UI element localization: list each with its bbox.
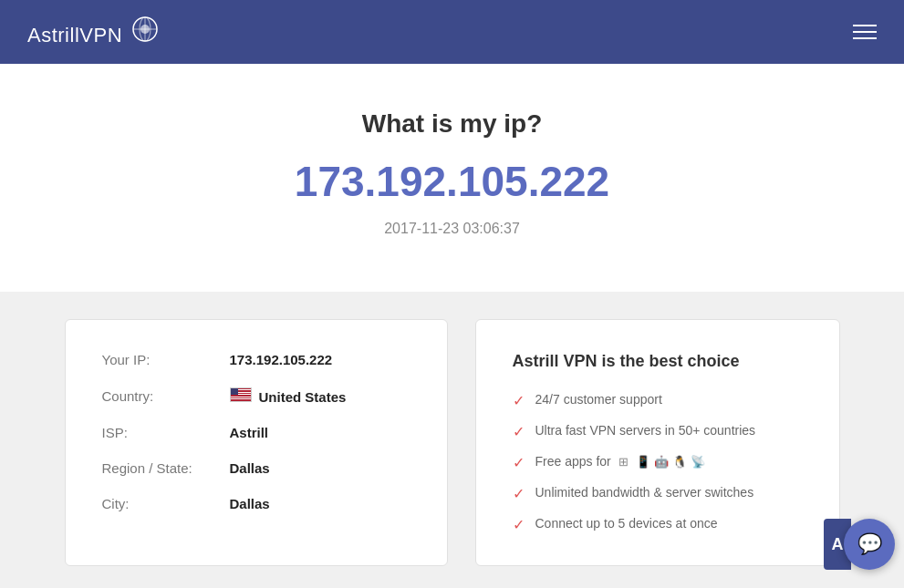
cards-section: Your IP: 173.192.105.222 Country: United… [0,292,904,588]
logo[interactable]: AstrillVPN [27,16,158,47]
isp-label: ISP: [102,425,230,440]
flag-icon [230,387,259,402]
region-row: Region / State: Dallas [102,460,410,476]
region-value: Dallas [230,460,270,476]
feature-item-3: ✓ Free apps for ⊞ 📱 🤖 🐧 📡 [513,453,803,471]
logo-bold: Astrill [27,24,79,46]
your-ip-value: 173.192.105.222 [230,352,333,367]
city-row: City: Dallas [102,496,410,511]
feature-text-2: Ultra fast VPN servers in 50+ countries [535,422,756,440]
country-row: Country: United States [102,387,410,405]
your-ip-label: Your IP: [102,352,230,367]
logo-text: AstrillVPN [27,16,158,47]
feature-text-4: Unlimited bandwidth & server switches [535,484,754,502]
country-name: United States [259,389,347,405]
hamburger-line-1 [853,25,877,26]
windows-icon: ⊞ [618,454,629,470]
feature-text-5: Connect up to 5 devices at once [535,515,718,533]
check-icon-1: ✓ [513,392,525,409]
page-title: What is my ip? [18,109,886,139]
chat-icon: 💬 [857,532,882,556]
country-label: Country: [102,388,230,404]
country-value: United States [230,387,347,405]
features-card: Astrill VPN is the best choice ✓ 24/7 cu… [475,319,840,566]
feature-item-2: ✓ Ultra fast VPN servers in 50+ countrie… [513,422,803,440]
ip-row: Your IP: 173.192.105.222 [102,352,410,367]
logo-light: VPN [79,24,122,46]
ip-info-card: Your IP: 173.192.105.222 Country: United… [65,319,448,566]
router-icon: 📡 [691,454,705,470]
city-value: Dallas [230,496,270,511]
chat-bubble[interactable]: 💬 [844,519,895,570]
android-icon: 🤖 [654,454,669,470]
city-label: City: [102,496,230,511]
timestamp: 2017-11-23 03:06:37 [18,221,886,237]
ip-display: 173.192.105.222 [18,157,886,206]
check-icon-5: ✓ [513,516,525,533]
site-header: AstrillVPN [0,0,904,64]
feature-text-3: Free apps for ⊞ 📱 🤖 🐧 📡 [535,453,705,471]
feature-text-1: 24/7 customer support [535,391,662,409]
linux-icon: 🐧 [672,454,687,470]
hero-section: What is my ip? 173.192.105.222 2017-11-2… [0,64,904,292]
feature-item-1: ✓ 24/7 customer support [513,391,803,409]
hamburger-line-3 [853,37,877,39]
isp-row: ISP: Astrill [102,425,410,440]
feature-item-4: ✓ Unlimited bandwidth & server switches [513,484,803,502]
feature-item-5: ✓ Connect up to 5 devices at once [513,515,803,533]
ios-icon: 📱 [636,454,650,470]
app-icons: ⊞ 📱 🤖 🐧 📡 [618,454,705,470]
features-title: Astrill VPN is the best choice [513,352,803,371]
check-icon-2: ✓ [513,423,525,440]
isp-value: Astrill [230,425,269,440]
check-icon-3: ✓ [513,454,525,471]
region-label: Region / State: [102,460,230,476]
hamburger-line-2 [853,31,877,33]
hamburger-menu[interactable] [853,25,877,39]
check-icon-4: ✓ [513,485,525,502]
